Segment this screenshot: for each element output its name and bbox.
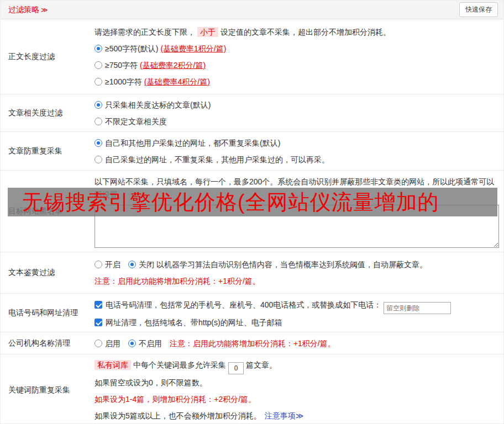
filter-strategy-page: 过滤策略≫ 快速保存 正文长度过滤 请选择需求的正文长度下限，小于设定值的文章不… (0, 0, 504, 424)
radio-option-relevance-any[interactable]: 不限定文章相关度 (95, 113, 499, 130)
checkbox-icon-url-cleanup[interactable] (95, 319, 102, 326)
company-cleanup-warning: 注意：启用此功能将增加积分消耗：+1积分/篇。 (170, 339, 335, 348)
intro-text-pre: 请选择需求的正文长度下限， (95, 28, 195, 36)
keyword-limit-unit: 篇文章。 (246, 361, 277, 369)
ad-watermark-text: 无锡搜索引擎优化价格(全网站仪流量增加的 (22, 188, 439, 216)
keyword-limit-text: 中每个关键词最多允许采集 (133, 361, 226, 369)
radio-option-dedup-all[interactable]: 自己和其他用户采集过的网址，都不重复采集(默认) (95, 135, 499, 151)
url-cleanup-option[interactable]: 网址清理，包括纯域名、带http(s)的网址、电子邮箱 (95, 314, 499, 331)
radio-option-dedup-self[interactable]: 自己采集过的网址，不重复采集，其他用户采集过的，可以再采。 (95, 151, 499, 168)
keyword-limit-line: 私有词库中每个关键词最多允许采集篇文章。 (95, 357, 499, 374)
topbar: 过滤策略≫ 快速保存 (1, 1, 503, 19)
row-keyword-anti-duplicate: 关键词防重复采集 私有词库中每个关键词最多允许采集篇文章。 如果留空或设为0，则… (1, 354, 503, 424)
radio-option-500[interactable]: ≥500字符(默认)(基础费率1积分/篇) (95, 40, 499, 57)
row-body-length-filter: 正文长度过滤 请选择需求的正文长度下限，小于设定值的文章不采集，超出部分不增加积… (1, 19, 503, 94)
checkbox-label-url-cleanup[interactable]: 网址清理，包括纯域名、带http(s)的网址、电子邮箱 (106, 318, 282, 327)
radio-label-dedup-all[interactable]: 自己和其他用户采集过的网址，都不重复采集(默认) (105, 139, 280, 147)
radio-label-porn-off[interactable]: 关闭 (139, 260, 154, 269)
phone-url-label: 电话号码和网址清理 (1, 294, 95, 332)
dedup-label: 文章防重复采集 (1, 132, 95, 170)
keyword-note-cost: 如果设为1-4篇，则增加积分消耗：+2积分/篇。 (95, 391, 499, 407)
radio-icon-dedup-all[interactable] (95, 139, 102, 147)
radio-label-500[interactable]: ≥500字符(默认) (105, 44, 158, 53)
dedup-content: 自己和其他用户采集过的网址，都不重复采集(默认) 自己采集过的网址，不重复采集，… (95, 132, 503, 170)
porn-filter-label: 文本鉴黄过滤 (1, 252, 95, 293)
keyword-note-five-plus: 如果设为5篇或以上，也不会额外增加积分消耗。注意事项≫ (95, 407, 499, 424)
checkbox-label-phone-cleanup[interactable]: 电话号码清理，包括常见的手机号、座机号、400电话格式，或替换成如下电话： (106, 300, 381, 309)
row-phone-url-cleanup: 电话号码和网址清理 电话号码清理，包括常见的手机号、座机号、400电话格式，或替… (1, 294, 503, 332)
notes-link[interactable]: 注意事项≫ (265, 411, 304, 420)
radio-label-porn-on[interactable]: 开启 (105, 260, 120, 269)
radio-label-company-off[interactable]: 不启用 (139, 339, 162, 348)
body-length-label: 正文长度过滤 (1, 19, 95, 94)
radio-label-750[interactable]: ≥750字符 (105, 61, 138, 70)
porn-filter-warning: 注意：启用此功能将增加积分消耗：+1积分/篇。 (95, 273, 499, 289)
keyword-limit-input[interactable] (228, 362, 244, 374)
rate-note-1000: (基础费率4积分/篇) (144, 77, 210, 86)
ad-watermark-overlay: 无锡搜索引擎优化价格(全网站仪流量增加的 (8, 188, 497, 216)
private-lexicon-chip: 私有词库 (95, 360, 131, 370)
radio-label-1000[interactable]: ≥1000字符 (105, 77, 142, 86)
row-company-name-cleanup: 公司机构名称清理 启用不启用 注意：启用此功能将增加积分消耗：+1积分/篇。 (1, 332, 503, 354)
row-relevance-filter: 文章相关度过滤 只采集相关度达标的文章(默认) 不限定文章相关度 (1, 94, 503, 132)
keyword-dedup-label: 关键词防重复采集 (1, 354, 95, 424)
radio-icon-750[interactable] (95, 61, 102, 69)
radio-label-relevance-strict[interactable]: 只采集相关度达标的文章(默认) (105, 100, 211, 109)
radio-icon-porn-off[interactable] (128, 261, 136, 268)
section-title-filter-strategy[interactable]: 过滤策略≫ (8, 5, 48, 15)
radio-icon-1000[interactable] (95, 78, 102, 86)
rate-note-500: (基础费率1积分/篇) (160, 44, 226, 53)
page-title: 过滤策略 (8, 5, 39, 14)
replacement-phone-input[interactable] (384, 302, 451, 314)
radio-label-dedup-self[interactable]: 自己采集过的网址，不重复采集，其他用户采集过的，可以再采。 (105, 155, 329, 164)
body-length-content: 请选择需求的正文长度下限，小于设定值的文章不采集，超出部分不增加积分消耗。 ≥5… (95, 19, 503, 94)
porn-filter-options: 开启关闭 以机器学习算法自动识别色情内容，当色情概率达到系统阈值，自动屏蔽文章。 (95, 256, 499, 273)
porn-filter-content: 开启关闭 以机器学习算法自动识别色情内容，当色情概率达到系统阈值，自动屏蔽文章。… (95, 252, 503, 293)
keyword-note-unlimited: 如果留空或设为0，则不限篇数。 (95, 374, 499, 391)
body-length-intro: 请选择需求的正文长度下限，小于设定值的文章不采集，超出部分不增加积分消耗。 (95, 24, 499, 40)
company-cleanup-label: 公司机构名称清理 (1, 332, 95, 354)
checkbox-icon-phone-cleanup[interactable] (95, 301, 102, 309)
radio-icon-porn-on[interactable] (95, 261, 102, 268)
company-cleanup-content: 启用不启用 注意：启用此功能将增加积分消耗：+1积分/篇。 (95, 332, 503, 354)
row-anti-duplicate: 文章防重复采集 自己和其他用户采集过的网址，都不重复采集(默认) 自己采集过的网… (1, 132, 503, 171)
radio-label-company-on[interactable]: 启用 (105, 339, 120, 348)
phone-url-content: 电话号码清理，包括常见的手机号、座机号、400电话格式，或替换成如下电话： 网址… (95, 294, 503, 332)
company-cleanup-options: 启用不启用 注意：启用此功能将增加积分消耗：+1积分/篇。 (95, 335, 499, 352)
keyword-note-five-plus-text: 如果设为5篇或以上，也不会额外增加积分消耗。 (95, 411, 261, 420)
relevance-label: 文章相关度过滤 (1, 94, 95, 131)
radio-icon-company-off[interactable] (128, 340, 136, 347)
rate-note-750: (基础费率2积分/篇) (140, 61, 206, 70)
intro-text-post: 设定值的文章不采集，超出部分不增加积分消耗。 (221, 28, 391, 36)
quick-save-button[interactable]: 快速保存 (459, 2, 498, 17)
radio-icon-relevance-strict[interactable] (95, 101, 102, 109)
relevance-content: 只采集相关度达标的文章(默认) 不限定文章相关度 (95, 94, 503, 131)
less-than-chip: 小于 (197, 27, 218, 37)
radio-option-relevance-strict[interactable]: 只采集相关度达标的文章(默认) (95, 97, 499, 113)
radio-option-750[interactable]: ≥750字符(基础费率2积分/篇) (95, 57, 499, 73)
radio-option-1000[interactable]: ≥1000字符(基础费率4积分/篇) (95, 73, 499, 90)
row-porn-filter: 文本鉴黄过滤 开启关闭 以机器学习算法自动识别色情内容，当色情概率达到系统阈值，… (1, 252, 503, 294)
porn-filter-desc: 以机器学习算法自动识别色情内容，当色情概率达到系统阈值，自动屏蔽文章。 (156, 260, 427, 269)
keyword-dedup-content: 私有词库中每个关键词最多允许采集篇文章。 如果留空或设为0，则不限篇数。 如果设… (95, 354, 503, 424)
radio-icon-company-on[interactable] (95, 340, 102, 347)
phone-cleanup-option[interactable]: 电话号码清理，包括常见的手机号、座机号、400电话格式，或替换成如下电话： (95, 296, 499, 314)
chevron-double-icon: ≫ (41, 6, 48, 14)
radio-icon-500[interactable] (95, 45, 102, 52)
radio-icon-relevance-any[interactable] (95, 118, 102, 125)
radio-label-relevance-any[interactable]: 不限定文章相关度 (105, 117, 167, 126)
radio-icon-dedup-self[interactable] (95, 156, 102, 163)
